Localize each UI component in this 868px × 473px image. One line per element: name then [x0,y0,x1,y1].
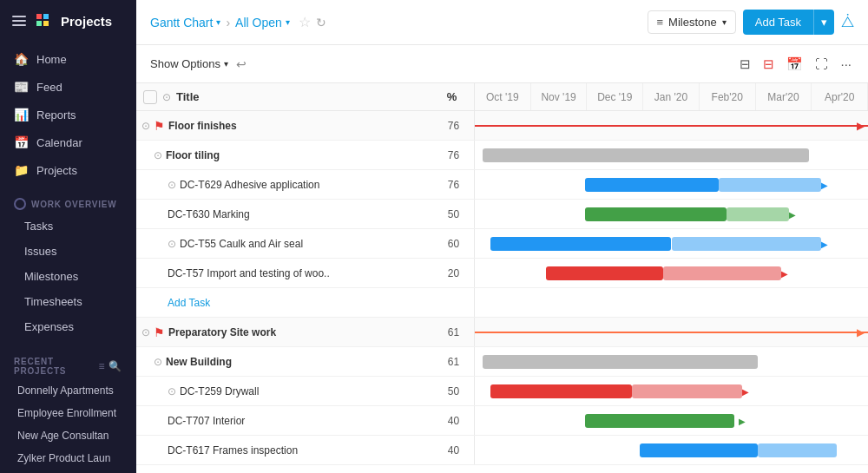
table-row: ⊙ DC-T55 Caulk and Air seal 60 ▶ [136,229,868,259]
hamburger-icon[interactable] [12,16,26,26]
add-task-group: Add Task ▾ [743,10,834,35]
gantt-chart-button[interactable]: Gantt Chart ▾ [150,16,220,30]
milestone-button[interactable]: ≡ Milestone ▾ [648,10,736,34]
milestone-chevron: ▾ [722,17,727,27]
home-icon: 🏠 [14,52,28,66]
table-row: DC-T617 Frames inspection 40 [136,436,868,465]
filter-button[interactable]: ⧊ [841,13,854,31]
gantt-timeline-header: Oct '19 Nov '19 Dec '19 Jan '20 Feb'20 M… [475,83,868,110]
row-expand-icon[interactable]: ⊙ [168,385,176,397]
table-row: ⊙ DC-T259 Drywall 50 ▶ [136,377,868,406]
recent-project-donnelly[interactable]: Donnelly Apartments [0,379,136,402]
add-task-inline-button[interactable]: Add Task [168,297,469,309]
row-timeline-empty [475,288,868,317]
expand-all-icon[interactable]: ⊙ [162,91,171,103]
undo-button[interactable]: ↩ [233,55,249,74]
fullscreen-icon[interactable]: ⛶ [812,54,831,74]
row-timeline-marking: ▶ [475,200,868,228]
more-options-icon[interactable]: ··· [838,54,854,74]
calendar-view-icon[interactable]: 📅 [784,54,806,75]
row-timeline-new-building [475,347,868,376]
select-all-checkbox[interactable] [143,90,157,104]
month-dec19: Dec '19 [587,83,643,110]
row-left-drywall: ⊙ DC-T259 Drywall 50 [136,377,475,405]
recent-projects-section: RECENT PROJECTS ≡ 🔍 [0,346,136,379]
filter-recent-icon[interactable]: ≡ [98,360,105,372]
table-row: ⊙ New Building 61 [136,347,868,377]
row-timeline-drywall: ▶ [475,377,868,405]
row-percent: 76 [438,179,469,191]
add-task-button[interactable]: Add Task [743,10,813,35]
row-title: DC-T55 Caulk and Air seal [180,238,435,250]
sidebar-item-projects[interactable]: 📁 Projects [0,156,136,184]
row-percent: 60 [438,238,469,250]
row-timeline-adhesive: ▶ [475,170,868,199]
recent-project-employee[interactable]: Employee Enrollment [0,402,136,424]
favorite-button[interactable]: ☆ [299,14,311,30]
task-btn[interactable]: ⊞ [420,119,435,132]
row-expand-icon[interactable]: ⊙ [168,179,176,191]
row-expand-icon[interactable]: ⊙ [141,120,150,132]
row-left-marking: DC-T630 Marking 50 [136,200,475,228]
row-timeline-prep: ▶ [475,318,868,346]
sidebar-item-timesheets[interactable]: Timesheets [0,289,136,314]
row-percent: 20 [438,267,469,279]
sidebar: Projects 🏠 Home 📰 Feed 📊 Reports 📅 Calen… [0,0,136,473]
app-logo [33,10,54,31]
add-btn[interactable]: + [404,120,417,132]
sidebar-item-home[interactable]: 🏠 Home [0,45,136,73]
row-expand-icon[interactable]: ⊙ [154,149,162,161]
projects-icon: 📁 [14,163,28,177]
all-open-chevron: ▾ [286,17,290,27]
row-title: DC-T57 Import and testing of woo.. [168,267,435,279]
percent-column-header: % [437,90,467,103]
show-options-button[interactable]: Show Options ▾ [150,57,228,70]
add-task-dropdown-button[interactable]: ▾ [813,10,834,35]
sidebar-item-reports[interactable]: 📊 Reports [0,101,136,128]
sidebar-item-milestones[interactable]: Milestones [0,264,136,289]
table-row: ⊙ Floor tiling 76 [136,141,868,170]
row-title: DC-T707 Interior [168,415,435,427]
all-open-button[interactable]: All Open ▾ [235,16,290,30]
row-expand-icon[interactable]: ⊙ [168,238,176,250]
row-timeline-caulk: ▶ [475,229,868,258]
table-row: ⊙ ⚑ Preparatory Site work 61 ▶ [136,318,868,347]
sidebar-item-feed[interactable]: 📰 Feed [0,73,136,101]
row-title: DC-T629 Adhesive application [180,179,435,191]
topbar: Gantt Chart ▾ › All Open ▾ ☆ ↻ ≡ Milesto… [136,0,868,45]
critical-path-icon[interactable]: ⊟ [760,54,777,75]
main-content: Gantt Chart ▾ › All Open ▾ ☆ ↻ ≡ Milesto… [136,0,868,473]
milestone-flag-icon: ⚑ [154,119,165,133]
toolbar: Show Options ▾ ↩ ⊟ ⊟ 📅 ⛶ ··· [136,45,868,83]
sidebar-item-issues[interactable]: Issues [0,239,136,264]
row-timeline-frames [475,436,868,464]
gantt-left-header: ⊙ Title % [136,83,475,110]
recent-project-zylker[interactable]: Zylker Product Laun [0,447,136,470]
month-nov19: Nov '19 [531,83,588,110]
recent-project-newage[interactable]: New Age Consultan [0,424,136,447]
row-timeline-interior: ▶ [475,406,868,435]
gantt-chart-chevron: ▾ [216,17,220,27]
search-recent-icon[interactable]: 🔍 [108,360,122,372]
group-by-icon[interactable]: ⊟ [737,54,753,75]
row-percent: 50 [438,208,469,220]
gantt-header: ⊙ Title % Oct '19 Nov '19 Dec '19 Jan '2… [136,83,868,111]
row-left-import: DC-T57 Import and testing of woo.. 20 [136,259,475,287]
sidebar-item-calendar[interactable]: 📅 Calendar [0,128,136,156]
month-oct19: Oct '19 [475,83,531,110]
sidebar-item-expenses[interactable]: Expenses [0,314,136,339]
topbar-left: Gantt Chart ▾ › All Open ▾ ☆ ↻ [150,14,641,30]
row-expand-icon[interactable]: ⊙ [154,356,162,368]
row-title: Floor finishes [168,120,381,132]
collapse-btn[interactable]: — [385,120,401,132]
gantt-container: ⊙ Title % Oct '19 Nov '19 Dec '19 Jan '2… [136,83,868,473]
row-expand-icon[interactable]: ⊙ [141,326,150,338]
sidebar-item-tasks[interactable]: Tasks [0,214,136,239]
add-task-row: Add Task [136,288,868,318]
refresh-button[interactable]: ↻ [316,16,326,30]
row-title: Floor tiling [166,149,435,161]
row-percent: 76 [438,149,469,161]
row-timeline-floor-tiling [475,141,868,169]
table-row: DC-T57 Import and testing of woo.. 20 ▶ [136,259,868,288]
row-title: New Building [166,356,435,368]
